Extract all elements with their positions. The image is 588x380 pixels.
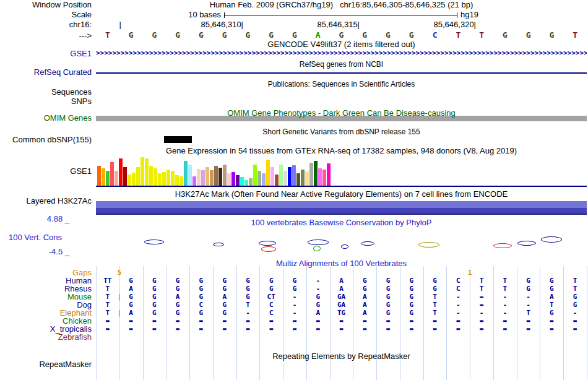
gtex-bar[interactable] <box>249 178 253 186</box>
align-cell-mouse: T <box>433 293 437 301</box>
gtex-bar[interactable] <box>175 175 179 186</box>
side-label-strand[interactable]: ---> <box>0 32 92 40</box>
align-cell-rhesus: G <box>386 285 391 293</box>
gtex-bar[interactable] <box>240 177 244 186</box>
side-label-snps[interactable]: SNPs <box>0 97 92 106</box>
gtex-bar[interactable] <box>279 165 283 186</box>
side-label-gencode-gse1[interactable]: GSE1 <box>0 50 92 58</box>
gtex-bar[interactable] <box>214 166 218 186</box>
gtex-bar[interactable] <box>115 171 118 186</box>
gtex-bar[interactable] <box>171 171 175 186</box>
gtex-bar[interactable] <box>262 173 266 186</box>
gtex-bar[interactable] <box>257 171 261 186</box>
align-cell-elephant: G <box>199 309 204 317</box>
align-species-label-zebrafish[interactable]: Zebrafish <box>0 333 92 341</box>
gtex-bar[interactable] <box>166 170 170 186</box>
sequence-base: G <box>409 30 414 40</box>
gtex-bar[interactable] <box>179 176 183 186</box>
gtex-bar[interactable] <box>149 166 153 186</box>
side-label-scale[interactable]: Scale <box>0 11 92 19</box>
gtex-bar[interactable] <box>292 165 296 186</box>
gtex-bar[interactable] <box>162 172 166 186</box>
gtex-bar[interactable] <box>309 163 313 186</box>
gtex-bar[interactable] <box>158 173 162 186</box>
align-cell-rhesus: G <box>152 285 157 293</box>
align-cell-dog: T <box>550 301 554 309</box>
gtex-bar[interactable] <box>201 170 205 186</box>
h3k27ac-track-lower[interactable] <box>96 208 587 214</box>
side-label-refseq-curated[interactable]: RefSeq Curated <box>0 68 92 77</box>
align-cell-rhesus: - <box>316 285 320 293</box>
align-cell-elephant: T <box>526 309 530 317</box>
align-cell-rhesus: G <box>222 285 227 293</box>
gtex-bar[interactable] <box>184 161 188 186</box>
gtex-bar[interactable] <box>327 163 331 186</box>
gtex-expression-track[interactable] <box>96 157 587 186</box>
gtex-bar[interactable] <box>296 173 300 186</box>
gtex-bar[interactable] <box>227 173 231 186</box>
side-label-gtex-gse1[interactable]: GSE1 <box>0 167 92 176</box>
gtex-bar[interactable] <box>275 175 279 186</box>
gtex-bar[interactable] <box>305 171 309 186</box>
track-title-repeatmasker: Repeating Elements by RepeatMasker <box>96 352 587 361</box>
gencode-gene-gse1-track[interactable]: >>>>>>>>>>>>>>>>>>>>>>>>>>>>>>>>>>>>>>>>… <box>96 49 587 57</box>
gtex-bar[interactable] <box>218 168 222 186</box>
gtex-bar[interactable] <box>301 170 305 186</box>
genome-browser: 10 bases hg19 >>>>>>>>>>>>>>>>>>>>>>>>>>… <box>0 0 588 380</box>
sequence-base: A <box>316 30 321 40</box>
guideline <box>306 266 307 380</box>
refseq-curated-track[interactable] <box>96 72 587 74</box>
gtex-bar[interactable] <box>145 158 149 186</box>
align-cell-mouse: G <box>409 293 413 301</box>
gtex-bar[interactable] <box>110 162 114 186</box>
side-label-layered-h3k27ac[interactable]: Layered H3K27Ac <box>0 197 92 205</box>
gtex-bar[interactable] <box>153 168 157 186</box>
side-label-phylop-min[interactable]: -4.5 _ <box>0 248 69 256</box>
gtex-bar[interactable] <box>205 167 209 186</box>
gtex-bar[interactable] <box>141 157 144 186</box>
gtex-bar[interactable] <box>270 167 274 186</box>
h3k27ac-track[interactable] <box>96 201 587 208</box>
gtex-bar[interactable] <box>231 172 235 186</box>
align-gap-marker-elephant: | <box>118 309 122 317</box>
side-label-common-dbsnp[interactable]: Common dbSNP(155) <box>0 136 92 144</box>
dbsnp-variant-box[interactable] <box>164 136 192 143</box>
gtex-bar[interactable] <box>192 176 196 186</box>
gtex-bar[interactable] <box>283 171 287 186</box>
gtex-bar[interactable] <box>132 173 136 186</box>
align-cell-elephant: - <box>573 309 577 317</box>
gtex-bar[interactable] <box>123 167 127 186</box>
align-cell-human: - <box>316 277 320 285</box>
track-title-dbsnp: Short Genetic Variants from dbSNP releas… <box>96 127 587 136</box>
side-label-window-position[interactable]: Window Position <box>0 1 92 9</box>
phylop-mark <box>259 241 276 246</box>
gtex-bar[interactable] <box>314 161 318 186</box>
align-cell-human: T <box>503 277 508 285</box>
gtex-bar[interactable] <box>188 165 192 186</box>
align-cell-dog: G <box>222 301 227 309</box>
gtex-bar[interactable] <box>266 160 270 186</box>
gtex-bar[interactable] <box>106 171 110 186</box>
side-label-phylop-name[interactable]: 100 Vert. Cons <box>0 233 62 242</box>
side-label-sequences[interactable]: Sequences <box>0 88 92 97</box>
gtex-bar[interactable] <box>244 180 248 186</box>
gtex-bar[interactable] <box>236 175 240 186</box>
gtex-bar[interactable] <box>288 167 292 186</box>
align-cell-mouse: - <box>526 293 530 301</box>
side-label-repeatmasker[interactable]: RepeatMasker <box>0 360 92 369</box>
gtex-bar[interactable] <box>322 170 326 186</box>
align-cell-chicken: = <box>316 317 320 325</box>
align-cell-mouse: G <box>316 293 320 301</box>
gtex-bar[interactable] <box>223 165 227 186</box>
gtex-bar[interactable] <box>197 169 201 186</box>
gtex-bar[interactable] <box>128 175 131 186</box>
gtex-bar[interactable] <box>119 158 123 186</box>
gtex-bar[interactable] <box>97 166 101 186</box>
side-label-phylop-max[interactable]: 4.88 _ <box>0 215 69 223</box>
gtex-bar[interactable] <box>210 170 214 186</box>
gtex-bar[interactable] <box>102 168 105 186</box>
gtex-bar[interactable] <box>253 165 257 186</box>
gtex-bar[interactable] <box>136 167 140 186</box>
gtex-bar[interactable] <box>318 168 322 186</box>
side-label-omim-genes[interactable]: OMIM Genes <box>0 114 92 123</box>
